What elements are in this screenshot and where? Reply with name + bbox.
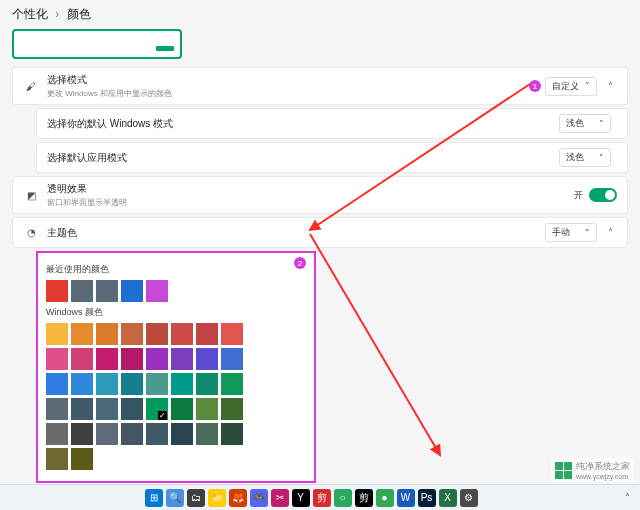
taskbar-app-icon[interactable]: 🗂 xyxy=(187,489,205,507)
color-swatch[interactable] xyxy=(71,373,93,395)
transparency-icon: ◩ xyxy=(23,187,39,203)
color-swatch[interactable] xyxy=(71,398,93,420)
color-swatch[interactable] xyxy=(146,280,168,302)
color-swatch[interactable] xyxy=(71,323,93,345)
color-swatch[interactable] xyxy=(96,398,118,420)
row-choose-mode[interactable]: 🖌 选择模式 更改 Windows 和应用中显示的颜色 1 自定义 ˅ ˄ xyxy=(12,67,628,105)
toggle-state: 开 xyxy=(574,189,583,202)
expand-chevron[interactable]: ˄ xyxy=(603,226,617,240)
mode-dropdown[interactable]: 自定义 ˅ xyxy=(545,77,597,96)
color-swatch[interactable] xyxy=(171,373,193,395)
breadcrumb-sep: › xyxy=(55,7,59,21)
accent-dropdown[interactable]: 手动 ˅ xyxy=(545,223,597,242)
color-swatch[interactable] xyxy=(96,280,118,302)
color-swatch[interactable] xyxy=(71,448,93,470)
taskbar-app-icon[interactable]: 🦊 xyxy=(229,489,247,507)
palette-icon: ◔ xyxy=(23,225,39,241)
color-swatch[interactable] xyxy=(121,280,143,302)
color-swatch[interactable] xyxy=(46,280,68,302)
color-swatch[interactable] xyxy=(96,348,118,370)
color-swatch[interactable] xyxy=(46,323,68,345)
taskbar-app-icon[interactable]: 剪 xyxy=(313,489,331,507)
color-swatch[interactable] xyxy=(171,423,193,445)
taskbar-app-icon[interactable]: ⊞ xyxy=(145,489,163,507)
color-swatch[interactable] xyxy=(121,423,143,445)
color-swatch[interactable] xyxy=(221,373,243,395)
color-swatch[interactable] xyxy=(171,348,193,370)
color-swatch[interactable] xyxy=(121,323,143,345)
color-panel: 2 最近使用的颜色 Windows 颜色 xyxy=(36,251,316,483)
color-swatch[interactable] xyxy=(171,323,193,345)
color-swatch[interactable] xyxy=(46,398,68,420)
color-swatch[interactable] xyxy=(196,423,218,445)
annotation-badge-2: 2 xyxy=(294,257,306,269)
color-swatch[interactable] xyxy=(121,373,143,395)
brush-icon: 🖌 xyxy=(23,78,39,94)
taskbar-app-icon[interactable]: Y xyxy=(292,489,310,507)
color-swatch[interactable] xyxy=(221,398,243,420)
trans-title: 透明效果 xyxy=(47,182,127,196)
breadcrumb-parent[interactable]: 个性化 xyxy=(12,7,48,21)
color-swatch[interactable] xyxy=(196,373,218,395)
taskbar-app-icon[interactable]: 🎮 xyxy=(250,489,268,507)
expand-chevron[interactable]: ˄ xyxy=(603,79,617,93)
watermark-name: 纯净系统之家 xyxy=(576,460,630,473)
taskbar-app-icon[interactable]: ● xyxy=(376,489,394,507)
preview-accent xyxy=(156,46,174,51)
taskbar-app-icon[interactable]: ○ xyxy=(334,489,352,507)
recent-label: 最近使用的颜色 xyxy=(46,263,306,276)
color-swatch[interactable] xyxy=(146,323,168,345)
color-swatch[interactable] xyxy=(221,423,243,445)
color-swatch[interactable] xyxy=(121,348,143,370)
watermark-url: www.ycwjzy.com xyxy=(576,473,630,480)
wincolors-label: Windows 颜色 xyxy=(46,306,306,319)
windows-colors-grid xyxy=(46,323,306,470)
color-swatch[interactable] xyxy=(46,373,68,395)
color-swatch[interactable] xyxy=(196,348,218,370)
color-swatch[interactable] xyxy=(221,323,243,345)
taskbar-overflow-chevron[interactable]: ˄ xyxy=(620,491,634,505)
color-swatch[interactable] xyxy=(46,448,68,470)
watermark-logo-icon xyxy=(555,462,572,479)
mode-title: 选择模式 xyxy=(47,73,172,87)
taskbar-app-icon[interactable]: X xyxy=(439,489,457,507)
winmode-dropdown[interactable]: 浅色 ˅ xyxy=(559,114,611,133)
color-swatch[interactable] xyxy=(96,373,118,395)
row-transparency[interactable]: ◩ 透明效果 窗口和界面显示半透明 开 xyxy=(12,176,628,214)
transparency-toggle[interactable] xyxy=(589,188,617,202)
taskbar-app-icon[interactable]: 剪 xyxy=(355,489,373,507)
row-accent-color[interactable]: ◔ 主题色 手动 ˅ ˄ xyxy=(12,217,628,248)
color-swatch[interactable] xyxy=(71,423,93,445)
taskbar-app-icon[interactable]: ⚙ xyxy=(460,489,478,507)
theme-preview xyxy=(12,29,182,59)
color-swatch[interactable] xyxy=(146,423,168,445)
color-swatch[interactable] xyxy=(96,423,118,445)
color-swatch[interactable] xyxy=(171,398,193,420)
accent-title: 主题色 xyxy=(47,226,77,240)
color-swatch[interactable] xyxy=(71,280,93,302)
chevron-down-icon: ˅ xyxy=(599,119,604,129)
row-app-mode[interactable]: 选择默认应用模式 浅色 ˅ xyxy=(36,142,628,173)
color-swatch[interactable] xyxy=(196,398,218,420)
color-swatch[interactable] xyxy=(146,373,168,395)
color-swatch[interactable] xyxy=(146,398,168,420)
color-swatch[interactable] xyxy=(71,348,93,370)
color-swatch[interactable] xyxy=(46,348,68,370)
taskbar-app-icon[interactable]: ✂ xyxy=(271,489,289,507)
appmode-dropdown[interactable]: 浅色 ˅ xyxy=(559,148,611,167)
chevron-down-icon: ˅ xyxy=(585,81,590,91)
color-swatch[interactable] xyxy=(46,423,68,445)
taskbar-app-icon[interactable]: Ps xyxy=(418,489,436,507)
taskbar-app-icon[interactable]: W xyxy=(397,489,415,507)
taskbar-app-icon[interactable]: 📁 xyxy=(208,489,226,507)
annotation-badge-1: 1 xyxy=(529,80,541,92)
row-windows-mode[interactable]: 选择你的默认 Windows 模式 浅色 ˅ xyxy=(36,108,628,139)
color-swatch[interactable] xyxy=(146,348,168,370)
color-swatch[interactable] xyxy=(121,398,143,420)
color-swatch[interactable] xyxy=(96,323,118,345)
mode-sub: 更改 Windows 和应用中显示的颜色 xyxy=(47,88,172,99)
taskbar-app-icon[interactable]: 🔍 xyxy=(166,489,184,507)
watermark: 纯净系统之家 www.ycwjzy.com xyxy=(551,458,634,482)
color-swatch[interactable] xyxy=(196,323,218,345)
color-swatch[interactable] xyxy=(221,348,243,370)
